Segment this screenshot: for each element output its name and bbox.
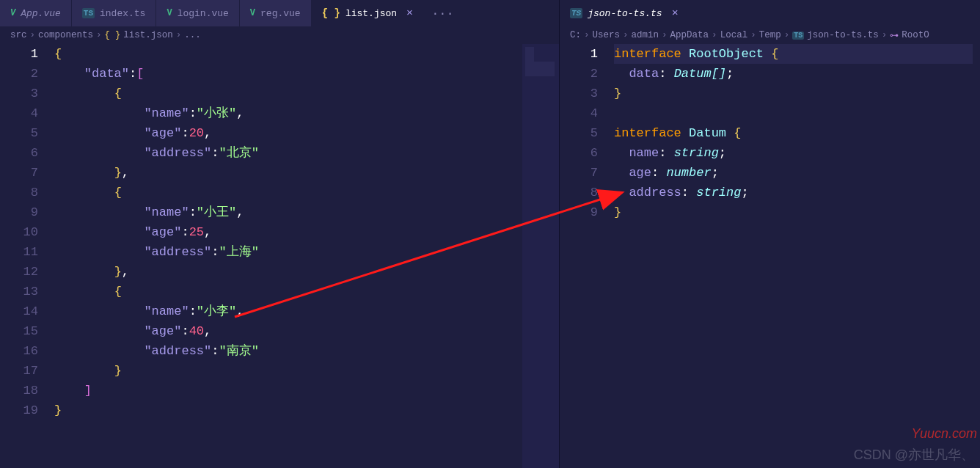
minimap[interactable] [522,44,559,468]
vue-icon: V [10,8,15,18]
tab-index-ts[interactable]: TS index.ts [72,0,157,26]
tab-list-json[interactable]: { } list.json × [312,0,424,26]
code-content[interactable]: interface RootObject { data: Datum[];} i… [614,44,980,468]
tab-reg-vue[interactable]: V reg.vue [240,0,312,26]
watermark: CSDN @亦世凡华、 [854,446,974,464]
breadcrumb-trail: ... [184,30,201,40]
breadcrumbs-left: src › components › { } list.json › ... [0,26,559,44]
tab-label: App.vue [21,8,61,19]
breadcrumb-item[interactable]: src [10,30,27,40]
breadcrumb-item[interactable]: admin [632,30,659,40]
ts-icon: TS [82,8,95,18]
editor-left[interactable]: 12345678910111213141516171819 { "data":[… [0,44,559,468]
line-numbers: 123456789 [560,44,614,468]
chevron-right-icon: › [96,30,102,40]
close-icon[interactable]: × [406,7,413,20]
interface-icon: ⊶ [890,30,899,41]
json-icon: { } [322,7,340,19]
breadcrumb-item[interactable]: Users [593,30,621,40]
breadcrumbs-right: C: › Users › admin › AppData › Local › T… [560,26,980,44]
line-numbers: 12345678910111213141516171819 [0,44,54,468]
watermark: Yuucn.com [912,426,977,442]
tab-login-vue[interactable]: V login.vue [156,0,239,26]
breadcrumb-item[interactable]: Local [720,30,748,40]
tab-label: reg.vue [260,8,301,19]
close-icon[interactable]: × [672,7,679,20]
more-tabs-button[interactable]: ··· [424,0,461,26]
tab-label: json-to-ts.ts [588,8,662,19]
breadcrumb-file[interactable]: json-to-ts.ts [807,30,879,40]
breadcrumb-file[interactable]: list.json [123,30,173,40]
breadcrumb-item[interactable]: Temp [759,30,781,40]
tab-json-to-ts[interactable]: TS json-to-ts.ts × [560,0,690,26]
breadcrumb-item[interactable]: components [38,30,93,40]
breadcrumb-trail: RootO [902,30,929,40]
json-icon: { } [105,30,121,40]
ts-icon: TS [570,8,582,18]
tab-label: login.vue [178,8,229,19]
vue-icon: V [250,8,255,18]
chevron-right-icon: › [30,30,36,40]
code-content[interactable]: { "data":[ { "name":"小张", "age":20, "add… [54,44,522,468]
tab-bar-right: TS json-to-ts.ts × [560,0,980,26]
chevron-right-icon: › [176,30,182,40]
vue-icon: V [167,8,172,18]
tab-bar-left: V App.vue TS index.ts V login.vue V reg.… [0,0,559,26]
ts-icon: TS [792,32,804,40]
tab-app-vue[interactable]: V App.vue [0,0,72,26]
tab-label: index.ts [100,8,145,19]
tab-label: list.json [345,8,397,19]
editor-right[interactable]: 123456789 interface RootObject { data: D… [560,44,980,468]
breadcrumb-item[interactable]: C: [570,30,581,40]
breadcrumb-item[interactable]: AppData [670,30,709,40]
